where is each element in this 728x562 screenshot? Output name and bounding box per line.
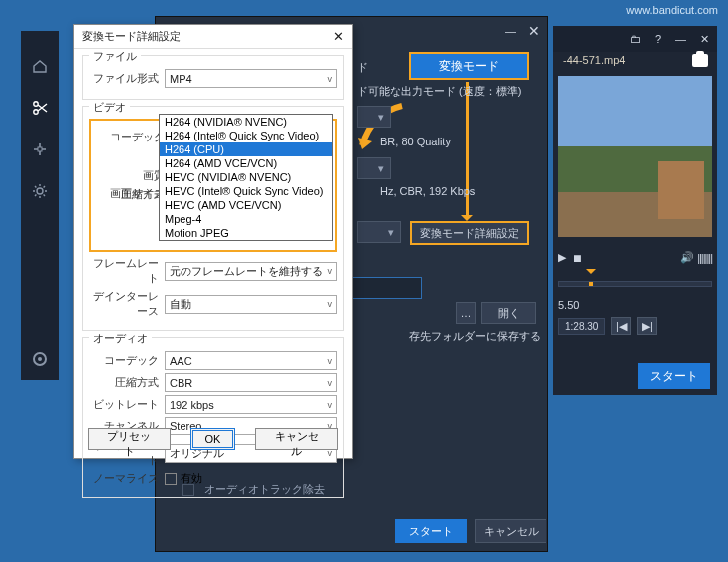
export-start-button[interactable]: スタート [395, 519, 467, 543]
settings-icon[interactable] [31, 182, 49, 200]
close-icon[interactable]: ✕ [700, 33, 709, 46]
timeline-marker[interactable] [589, 282, 593, 286]
chevron-down-icon: v [328, 299, 333, 309]
arrow-annotation [466, 82, 469, 219]
audio-group: オーディオ コーデックAACv 圧縮方式CBRv ビットレート192 kbpsv… [82, 337, 344, 498]
audio-group-label: オーディオ [89, 331, 152, 346]
chevron-down-icon: v [328, 378, 333, 388]
file-format-select[interactable]: MP4v [165, 69, 337, 88]
minimize-icon[interactable]: — [675, 33, 686, 45]
chevron-down-icon: v [328, 356, 333, 366]
preset-button[interactable]: プリセット [88, 428, 171, 450]
normalize-checkbox-label: 有効 [181, 471, 202, 486]
convert-detail-dialog: 変換モード詳細設定 ✕ ファイル ファイル形式 MP4v ビデオ コーデック H… [73, 24, 353, 459]
file-group-label: ファイル [89, 49, 141, 64]
codec-option[interactable]: H264 (AMD VCE/VCN) [160, 156, 332, 170]
folder-icon[interactable]: 🗀 [630, 33, 641, 45]
audio-codec-label: コーデック [89, 353, 165, 368]
codec-option[interactable]: Mpeg-4 [160, 212, 332, 226]
play-button[interactable]: ▶ [558, 251, 566, 264]
save-folder-note: 存先フォルダーに保存する [409, 329, 541, 344]
audio-codec-info: Hz, CBR, 192 Kbps [380, 185, 475, 197]
watermark: www.bandicut.com [626, 4, 718, 16]
timeline-labels: 5.50 [558, 299, 712, 311]
file-format-label: ファイル形式 [89, 71, 165, 86]
time-controls: 1:28.30 |◀ ▶| [558, 317, 712, 335]
preview-start-button[interactable]: スタート [638, 363, 710, 389]
video-select[interactable]: ▾ [357, 106, 391, 128]
path-ellipsis-button[interactable]: … [456, 302, 476, 324]
dialog-close-icon[interactable]: ✕ [333, 29, 344, 44]
preset-select[interactable]: ▾ [357, 221, 401, 243]
framerate-label: フレームレート [89, 256, 165, 286]
record-icon[interactable] [33, 352, 47, 366]
dialog-title: 変換モード詳細設定 ✕ [74, 25, 352, 49]
step-next-button[interactable]: ▶| [637, 317, 657, 335]
audio-compression-select[interactable]: CBRv [165, 373, 337, 392]
playback-controls: ▶ ⏹ 🔊|||||||| [558, 251, 712, 264]
chevron-down-icon: ▾ [388, 226, 394, 239]
svg-point-0 [34, 102, 38, 106]
ok-button[interactable]: OK [190, 428, 236, 450]
camera-icon[interactable] [692, 54, 708, 67]
chevron-down-icon: ▾ [378, 111, 384, 124]
normalize-checkbox[interactable] [165, 473, 177, 485]
audio-compression-label: 圧縮方式 [89, 375, 165, 390]
volume-control[interactable]: 🔊|||||||| [680, 251, 712, 264]
app-sidebar [21, 31, 59, 380]
framerate-select[interactable]: 元のフレームレートを維持するv [165, 262, 337, 281]
video-group-label: ビデオ [89, 100, 130, 115]
scissors-icon[interactable] [31, 99, 49, 117]
mode-label: ド [357, 60, 368, 75]
dialog-buttons: プリセット OK キャンセル [74, 428, 352, 450]
cancel-button[interactable]: キャンセル [255, 428, 338, 450]
bitrate-select[interactable]: 192 kbpsv [165, 395, 337, 414]
normalize-label: ノーマライズ [89, 471, 165, 486]
svg-point-1 [34, 110, 38, 114]
codec-option-selected[interactable]: H264 (CPU) [160, 142, 332, 156]
time-field[interactable]: 1:28.30 [558, 318, 605, 335]
video-codec-info: BR, 80 Quality [380, 136, 451, 147]
svg-point-3 [37, 188, 43, 194]
codec-option[interactable]: Motion JPEG [160, 226, 332, 240]
audio-select[interactable]: ▾ [357, 157, 391, 179]
video-preview [558, 76, 712, 237]
deinterlace-label: デインターレース [89, 289, 165, 319]
output-mode-note: ド可能な出力モード (速度：標準) [357, 84, 521, 99]
help-icon[interactable]: ? [655, 33, 661, 45]
convert-mode-button[interactable]: 変換モード [409, 52, 529, 80]
stop-button[interactable]: ⏹ [572, 252, 583, 264]
resize-icon[interactable] [31, 140, 49, 158]
codec-option[interactable]: H264 (NVIDIA® NVENC) [160, 115, 332, 129]
convert-detail-button[interactable]: 変換モード詳細設定 [410, 221, 529, 245]
codec-dropdown[interactable]: H264 (NVIDIA® NVENC) H264 (Intel® Quick … [159, 114, 333, 241]
preview-titlebar: 🗀 ? — ✕ [553, 26, 717, 52]
deinterlace-select[interactable]: 自動v [165, 295, 337, 314]
codec-option[interactable]: HEVC (AMD VCE/VCN) [160, 198, 332, 212]
timeline[interactable] [558, 275, 712, 295]
bitrate-label: ビットレート [89, 397, 165, 412]
preview-content [658, 161, 704, 219]
codec-option[interactable]: HEVC (NVIDIA® NVENC) [160, 170, 332, 184]
chevron-down-icon: ▾ [378, 162, 384, 175]
browse-button[interactable]: 開く [481, 302, 536, 324]
codec-option[interactable]: H264 (Intel® Quick Sync Video) [160, 129, 332, 142]
volume-icon: 🔊 [680, 251, 694, 264]
close-icon[interactable]: ✕ [528, 23, 540, 39]
svg-rect-2 [38, 147, 42, 151]
codec-option[interactable]: HEVC (Intel® Quick Sync Video) [160, 184, 332, 198]
preview-filename: -44-571.mp4 [563, 54, 625, 66]
chevron-down-icon: v [328, 74, 333, 84]
file-group: ファイル ファイル形式 MP4v [82, 55, 344, 100]
chevron-down-icon: v [328, 400, 333, 410]
home-icon[interactable] [31, 57, 49, 75]
step-prev-button[interactable]: |◀ [611, 317, 631, 335]
export-cancel-button[interactable]: キャンセル [475, 519, 546, 543]
minimize-icon[interactable]: — [505, 25, 516, 37]
audio-codec-select[interactable]: AACv [165, 351, 337, 370]
chevron-down-icon: v [328, 266, 333, 276]
